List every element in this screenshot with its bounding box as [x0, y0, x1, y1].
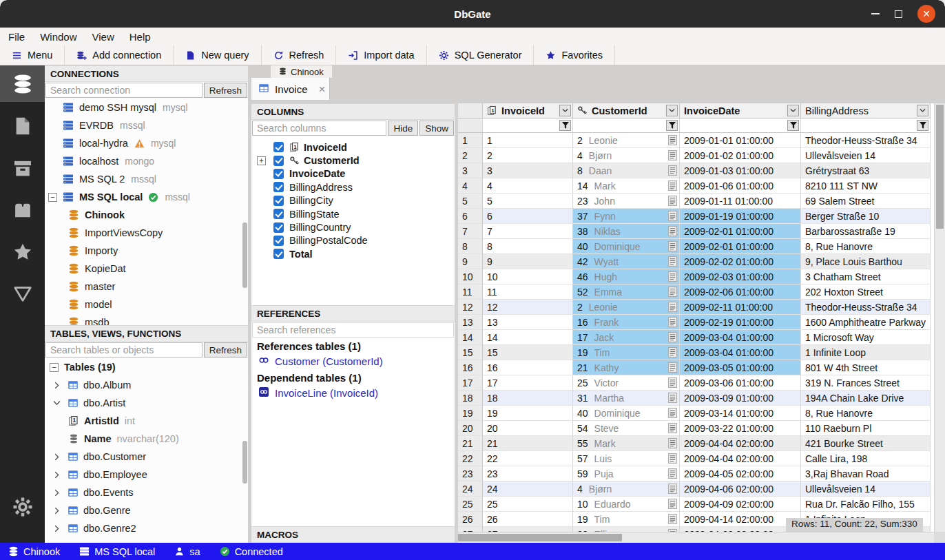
cell-document-icon[interactable] — [668, 302, 677, 312]
cell-customerid[interactable]: 2Leonie — [573, 133, 680, 148]
activity-settings-icon[interactable] — [0, 488, 45, 525]
row-number-cell[interactable]: 8 — [458, 239, 483, 254]
cell-customerid[interactable]: 31Martha — [573, 391, 680, 406]
grid-header-billingAddress[interactable]: BillingAddress — [801, 103, 931, 118]
cell-invoiceid[interactable]: 23 — [483, 466, 573, 481]
cell-customerid[interactable]: 59Puja — [573, 466, 680, 481]
row-number-cell[interactable]: 21 — [458, 436, 483, 451]
tree-item-dbo-customer[interactable]: dbo.Customer — [45, 448, 248, 466]
tab-invoice[interactable]: Invoice × — [251, 78, 330, 100]
cell-customerid[interactable]: 4Bjørn — [573, 481, 680, 497]
cell-document-icon[interactable] — [668, 453, 677, 464]
status-connected[interactable]: Connected — [220, 546, 283, 557]
cell-document-icon[interactable] — [668, 196, 677, 206]
row-number-cell[interactable]: 27 — [458, 527, 483, 532]
connection-item[interactable]: −MS SQL localmssql — [45, 188, 248, 206]
column-toggle-billingaddress[interactable]: BillingAddress — [251, 180, 455, 194]
cell-invoiceid[interactable]: 20 — [483, 421, 573, 436]
toolbar-button-favorites[interactable]: Favorites — [534, 45, 615, 65]
column-menu-button[interactable] — [559, 105, 571, 116]
cell-invoicedate[interactable]: 2009-04-04 02:00:00 — [680, 436, 801, 451]
cell-document-icon[interactable] — [668, 211, 677, 221]
cell-billingaddress[interactable]: Ullevålsveien 14 — [801, 481, 931, 497]
checkbox-checked[interactable] — [273, 182, 284, 192]
row-number-cell[interactable]: 22 — [458, 451, 483, 466]
cell-customerid[interactable]: 17Jack — [573, 330, 680, 345]
cell-customerid[interactable]: 25Victor — [573, 375, 680, 391]
cell-customerid[interactable]: 8Daan — [573, 163, 680, 178]
cell-invoiceid[interactable]: 13 — [483, 315, 573, 330]
connection-item[interactable]: MS SQL 2mssql — [45, 170, 248, 188]
checkbox-checked[interactable] — [273, 169, 284, 179]
grid-filter-billingAddress[interactable] — [801, 118, 931, 133]
cell-customerid[interactable]: 33Ellie — [573, 527, 680, 532]
row-number-cell[interactable]: 9 — [458, 254, 483, 269]
chevron-right-icon[interactable] — [52, 471, 61, 479]
status-chinook[interactable]: Chinook — [8, 546, 60, 557]
connection-item[interactable]: EVRDBmssql — [45, 116, 248, 134]
chevron-right-icon[interactable] — [52, 525, 61, 532]
row-number-cell[interactable]: 20 — [458, 421, 483, 436]
toolbar-button-refresh[interactable]: Refresh — [262, 45, 337, 65]
tree-item-artistid[interactable]: 1ArtistIdint — [45, 412, 248, 430]
cell-invoicedate[interactable]: 2009-04-09 02:00:00 — [680, 497, 801, 512]
cell-invoiceid[interactable]: 14 — [483, 330, 573, 345]
row-number-cell[interactable]: 7 — [458, 224, 483, 239]
column-toggle-invoiceid[interactable]: 1InvoiceId — [251, 141, 455, 154]
tree-item-dbo-genre[interactable]: dbo.Genre — [45, 501, 248, 519]
cell-invoiceid[interactable]: 2 — [483, 148, 573, 163]
columns-show-button[interactable]: Show — [419, 121, 454, 136]
cell-customerid[interactable]: 37Fynn — [573, 209, 680, 224]
checkbox-checked[interactable] — [273, 249, 284, 259]
toolbar-button-import-data[interactable]: Import data — [336, 45, 426, 65]
tab-close-icon[interactable]: × — [319, 83, 326, 95]
tree-item-name[interactable]: Namenvarchar(120) — [45, 430, 248, 448]
connections-scrollbar[interactable] — [242, 222, 247, 288]
cell-invoiceid[interactable]: 27 — [483, 527, 573, 532]
menu-file[interactable]: File — [8, 31, 25, 43]
cell-invoicedate[interactable]: 2009-01-06 01:00:00 — [680, 178, 801, 194]
cell-billingaddress[interactable]: Theodor-Heuss-Straße 34 — [801, 300, 931, 315]
cell-invoicedate[interactable]: 2009-01-11 01:00:00 — [680, 194, 801, 209]
cell-document-icon[interactable] — [668, 499, 677, 509]
chevron-down-icon[interactable] — [52, 400, 61, 406]
cell-invoicedate[interactable]: 2009-03-04 01:00:00 — [680, 330, 801, 345]
grid-filter-invoiceId[interactable] — [483, 118, 573, 133]
cell-billingaddress[interactable]: 3,Raj Bhavan Road — [801, 466, 931, 481]
cell-customerid[interactable]: 57Luis — [573, 451, 680, 466]
cell-invoicedate[interactable]: 2009-04-06 02:00:00 — [680, 481, 801, 497]
row-number-cell[interactable]: 18 — [458, 391, 483, 406]
cell-customerid[interactable]: 38Niklas — [573, 224, 680, 239]
grid-vertical-scrollbar[interactable] — [934, 103, 945, 532]
cell-billingaddress[interactable]: 110 Raeburn Pl — [801, 421, 931, 436]
connection-item[interactable]: master — [45, 278, 248, 295]
status-sa[interactable]: sa — [174, 546, 200, 557]
row-number-cell[interactable]: 14 — [458, 330, 483, 345]
cell-invoicedate[interactable]: 2009-03-22 01:00:00 — [680, 421, 801, 436]
cell-document-icon[interactable] — [668, 362, 677, 373]
reference-link-invoiceline[interactable]: InvoiceLine (InvoiceId) — [251, 385, 455, 402]
cell-customerid[interactable]: 19Tim — [573, 345, 680, 360]
column-menu-button[interactable] — [787, 105, 799, 116]
toolbar-button-menu[interactable]: Menu — [0, 45, 65, 65]
row-number-cell[interactable]: 16 — [458, 360, 483, 375]
cell-billingaddress[interactable]: 421 Bourke Street — [801, 436, 931, 451]
cell-invoicedate[interactable]: 2009-02-02 01:00:00 — [680, 254, 801, 269]
status-ms-sql-local[interactable]: MS SQL local — [79, 546, 155, 557]
tables-search-input[interactable] — [45, 342, 202, 357]
cell-customerid[interactable]: 42Wyatt — [573, 254, 680, 269]
cell-billingaddress[interactable]: Calle Lira, 198 — [801, 451, 931, 466]
connection-item[interactable]: Chinook — [45, 206, 248, 224]
column-toggle-billingcity[interactable]: BillingCity — [251, 194, 455, 207]
toolbar-button-add-connection[interactable]: Add connection — [65, 45, 174, 65]
cell-document-icon[interactable] — [668, 408, 677, 418]
cell-document-icon[interactable] — [668, 180, 677, 191]
cell-invoiceid[interactable]: 15 — [483, 345, 573, 360]
column-toggle-total[interactable]: Total — [251, 247, 455, 260]
row-number-cell[interactable]: 10 — [458, 269, 483, 284]
cell-invoiceid[interactable]: 17 — [483, 375, 573, 391]
row-number-cell[interactable]: 12 — [458, 300, 483, 315]
row-number-cell[interactable]: 1 — [458, 133, 483, 148]
connection-item[interactable]: KopieDat — [45, 260, 248, 278]
tree-item-tables-19-[interactable]: −Tables (19) — [45, 358, 248, 376]
